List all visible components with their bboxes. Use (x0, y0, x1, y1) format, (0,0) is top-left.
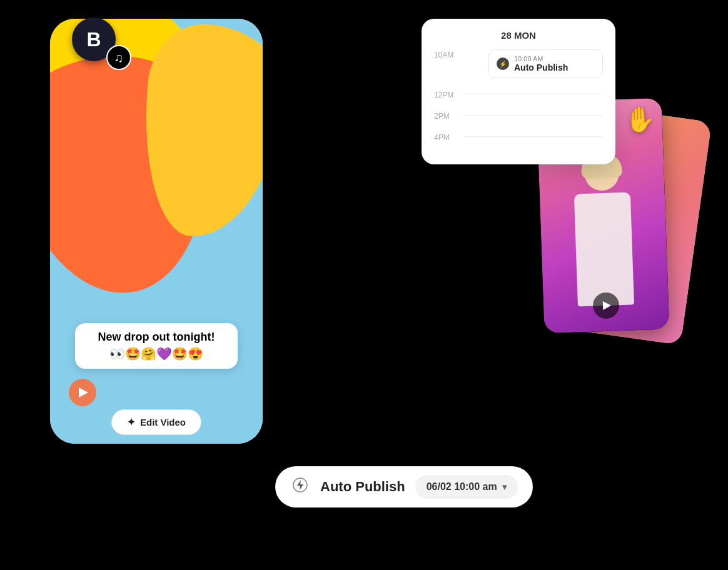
edit-video-label: Edit Video (140, 417, 186, 428)
auto-publish-datetime-button[interactable]: 06/02 10:00 am ▾ (415, 475, 518, 499)
edit-star-icon: ✦ (127, 416, 135, 428)
calendar-widget: 28 MON 10AM ⚡ 10:00 AM Auto Publish 12PM (422, 19, 615, 164)
calendar-event-icon: ⚡ (497, 58, 509, 70)
caption-bubble: New drop out tonight! 👀🤩🤗💜🤩😍 (75, 323, 238, 369)
tiktok-badge: ♫ (106, 45, 131, 70)
dropdown-arrow-icon: ▾ (502, 482, 507, 492)
cal-12pm-line (463, 94, 603, 94)
edit-video-button[interactable]: ✦ Edit Video (111, 409, 201, 435)
person-body (574, 192, 634, 306)
auto-publish-bar: Auto Publish 06/02 10:00 am ▾ (275, 466, 533, 508)
tiktok-icon: ♫ (114, 51, 124, 65)
phone-play-button[interactable] (69, 379, 96, 406)
cal-4pm-line (463, 136, 603, 137)
phone-mockup: New drop out tonight! 👀🤩🤗💜🤩😍 ✦ Edit Vide… (50, 19, 263, 444)
cal-10am-row: 10AM ⚡ 10:00 AM Auto Publish (434, 49, 603, 78)
calendar-day-label: 28 MON (434, 30, 603, 41)
bolt-svg (293, 478, 308, 492)
cal-4pm-label: 4PM (434, 132, 456, 142)
auto-publish-datetime-text: 06/02 10:00 am (427, 481, 497, 492)
cal-2pm-line (463, 115, 603, 116)
auto-publish-bolt-icon (293, 478, 308, 496)
calendar-event-block: ⚡ 10:00 AM Auto Publish (488, 49, 603, 78)
calendar-time-rows: 10AM ⚡ 10:00 AM Auto Publish 12PM 2PM (434, 49, 603, 142)
auto-publish-label: Auto Publish (320, 479, 405, 495)
calendar-event-time: 10:00 AM (514, 55, 568, 62)
cal-2pm-label: 2PM (434, 111, 456, 121)
caption-emojis: 👀🤩🤗💜🤩😍 (109, 347, 203, 361)
cal-4pm-row: 4PM (434, 132, 603, 142)
phone-content: New drop out tonight! 👀🤩🤗💜🤩😍 ✦ Edit Vide… (50, 19, 263, 444)
cal-12pm-label: 12PM (434, 89, 456, 99)
calendar-event-name: Auto Publish (514, 62, 568, 72)
caption-text: New drop out tonight! (86, 331, 226, 344)
card-play-icon (603, 301, 611, 310)
cal-10am-label: 10AM (434, 49, 456, 59)
hand-cursor-icon: ✋ (624, 104, 657, 135)
cal-12pm-row: 12PM (434, 89, 603, 99)
play-icon (79, 388, 88, 398)
auto-publish-icon-wrap (290, 477, 310, 497)
cal-2pm-row: 2PM (434, 111, 603, 121)
logo-b-letter: B (86, 28, 101, 51)
